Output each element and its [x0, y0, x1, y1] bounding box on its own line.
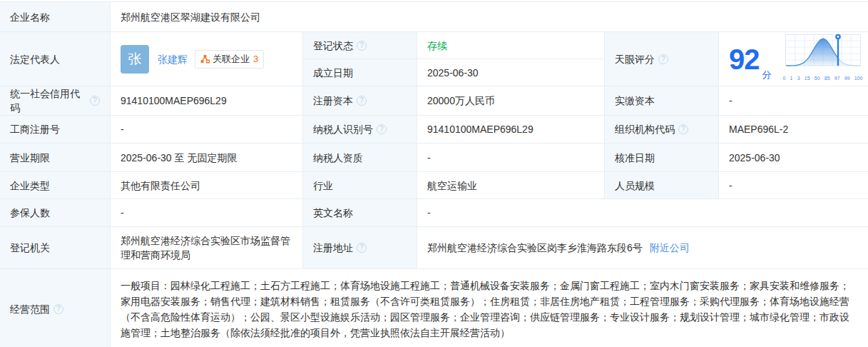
- insured-count-value: -: [111, 199, 303, 227]
- reg-status-value: 存续: [417, 32, 605, 59]
- taxpayer-quals-value: -: [417, 144, 605, 172]
- reg-address-label: 注册地址 ?: [303, 227, 417, 269]
- business-scope-label: 经营范围 ?: [0, 269, 111, 347]
- related-companies-badge[interactable]: 关联企业 3: [195, 50, 264, 69]
- insured-count-label: 参保人数: [0, 199, 111, 227]
- legal-rep-label: 法定代表人: [0, 32, 111, 86]
- nearby-companies-link[interactable]: 附近公司: [650, 241, 690, 255]
- reg-status-help-icon[interactable]: ?: [357, 41, 367, 51]
- legal-rep-avatar[interactable]: 张: [121, 45, 149, 74]
- company-type-label: 企业类型: [0, 172, 111, 199]
- company-type-value: 其他有限责任公司: [111, 172, 303, 199]
- reg-address-help-icon[interactable]: ?: [357, 243, 367, 253]
- business-term-label: 营业期限: [0, 144, 111, 172]
- related-companies-label: 关联企业: [213, 52, 250, 66]
- business-term-value: 2025-06-30 至 无固定期限: [111, 144, 303, 172]
- approval-date-value: 2025-06-30: [719, 144, 868, 172]
- legal-rep-cell: 张 张建辉 关联企业 3: [111, 32, 303, 86]
- establish-date-value: 2025-06-30: [417, 59, 605, 86]
- reg-number-value: -: [111, 116, 303, 144]
- business-scope-value: 一般项目：园林绿化工程施工；土石方工程施工；体育场地设施工程施工；普通机械设备安…: [111, 269, 868, 347]
- english-name-label: 英文名称: [303, 199, 417, 227]
- org-code-help-icon[interactable]: ?: [678, 124, 688, 134]
- reg-capital-value: 20000万人民币: [417, 86, 605, 116]
- staff-size-value: -: [719, 172, 868, 199]
- tianyan-score-cell: 92 分: [719, 32, 868, 86]
- industry-value: 航空运输业: [417, 172, 605, 199]
- credit-code-value: 91410100MAEP696L29: [111, 86, 303, 116]
- tianyan-score-help-icon[interactable]: ?: [658, 54, 668, 64]
- industry-label: 行业: [303, 172, 417, 199]
- tianyan-score-label: 天眼评分 ?: [605, 32, 719, 86]
- reg-capital-label: 注册资本 ?: [303, 86, 417, 116]
- credit-code-help-icon[interactable]: ?: [90, 96, 100, 106]
- score-value: 92: [729, 45, 760, 74]
- paid-capital-value: -: [719, 86, 868, 116]
- establish-date-label: 成立日期: [303, 59, 417, 86]
- reg-authority-label: 登记机关: [0, 227, 111, 269]
- approval-date-label: 核准日期: [605, 144, 719, 172]
- taxpayer-id-label: 纳税人识别号 ?: [303, 116, 417, 144]
- org-code-value: MAEP696L-2: [719, 116, 868, 144]
- business-scope-help-icon[interactable]: ?: [53, 304, 63, 314]
- related-companies-icon: [200, 54, 210, 64]
- taxpayer-id-value: 91410100MAEP696L29: [417, 116, 605, 144]
- reg-status-label: 登记状态 ?: [303, 32, 417, 59]
- reg-address-cell: 郑州航空港经济综合实验区岗李乡淮海路东段6号 附近公司: [417, 227, 868, 269]
- related-companies-count: 3: [253, 52, 258, 66]
- company-info-table: 企业名称 郑州航空港区翠湖建设有限公司 法定代表人 张 张建辉 关联企业 3 登…: [0, 1, 868, 347]
- reg-capital-help-icon[interactable]: ?: [357, 96, 367, 106]
- org-code-label: 组织机构代码 ?: [605, 116, 719, 144]
- english-name-value: -: [417, 199, 868, 227]
- chart-x-axis-ticks: 0 1 3 15 50 85 97 99 100: [783, 71, 863, 86]
- paid-capital-label: 实缴资本: [605, 86, 719, 116]
- bell-curve-svg: [783, 33, 863, 67]
- score-unit: 分: [762, 68, 772, 82]
- taxpayer-id-help-icon[interactable]: ?: [377, 124, 387, 134]
- legal-rep-name-link[interactable]: 张建辉: [158, 52, 188, 66]
- taxpayer-quals-label: 纳税人资质: [303, 144, 417, 172]
- staff-size-label: 人员规模: [605, 172, 719, 199]
- credit-code-label: 统一社会信用代码 ?: [0, 86, 111, 116]
- reg-authority-value: 郑州航空港经济综合实验区市场监督管理和营商环境局: [111, 227, 303, 269]
- reg-address-value: 郑州航空港经济综合实验区岗李乡淮海路东段6号: [427, 241, 643, 255]
- company-name-label: 企业名称: [0, 2, 111, 32]
- reg-number-label: 工商注册号: [0, 116, 111, 144]
- score-distribution-chart: 0 1 3 15 50 85 97 99 100: [783, 33, 863, 86]
- company-name-value: 郑州航空港区翠湖建设有限公司: [111, 2, 868, 32]
